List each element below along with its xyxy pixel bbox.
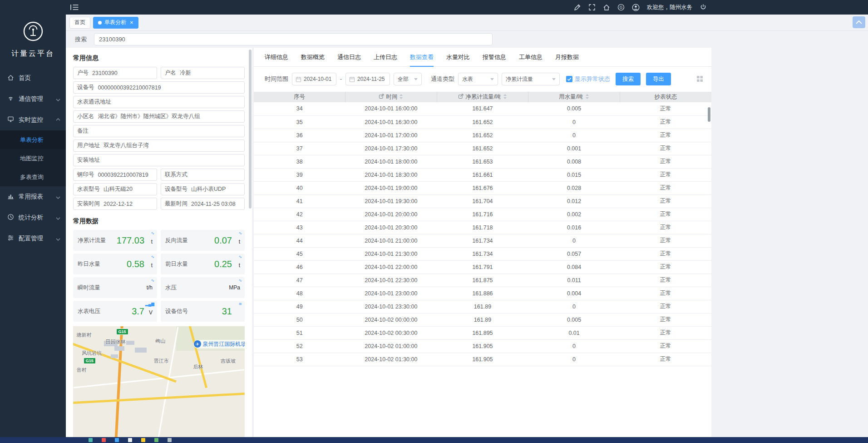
taskbar-icon[interactable] xyxy=(154,438,158,442)
stat-label: 水压 xyxy=(165,284,177,292)
info-field: 设备型号 山科小表UDP xyxy=(161,183,245,195)
cell-index: 46 xyxy=(254,260,345,274)
cell-status: 正常 xyxy=(620,208,711,221)
section-title-common-info: 常用信息 xyxy=(73,54,245,62)
power-icon[interactable] xyxy=(700,4,707,11)
detail-tab[interactable]: 通信日志 xyxy=(337,53,361,66)
field-label: 最新时间 xyxy=(165,200,187,208)
search-button[interactable]: 搜索 xyxy=(616,73,641,85)
taskbar-icon[interactable] xyxy=(141,438,145,442)
detail-tab[interactable]: 报警信息 xyxy=(483,53,506,66)
table-row[interactable]: 35 2024-10-01 16:30:00 161.652 0 正常 xyxy=(254,115,711,129)
end-date-input[interactable]: 2024-11-25 xyxy=(345,73,390,85)
cell-index: 42 xyxy=(254,208,345,221)
mini-map[interactable]: G15 G15 ✈ 泉州晋江国际机场 塘新村田园张林峋山风坑岩坑晋江市后林吉坂坡… xyxy=(73,326,245,438)
show-abnormal-checkbox[interactable]: 显示异常状态 xyxy=(566,75,610,83)
active-tag-dot xyxy=(98,21,102,25)
sidebar-item-communication[interactable]: 通信管理 xyxy=(0,89,66,110)
table-row[interactable]: 39 2024-10-01 18:30:00 161.661 0.015 正常 xyxy=(254,168,711,181)
map-label: 塘新村 xyxy=(77,332,92,338)
table-row[interactable]: 47 2024-10-01 22:30:00 161.875 0.011 正常 xyxy=(254,274,711,287)
table-row[interactable]: 34 2024-10-01 16:00:00 161.647 0.005 正常 xyxy=(254,102,711,115)
sidebar-item-reports[interactable]: 常用报表 xyxy=(0,186,66,207)
sidebar-item-single-meter-analysis[interactable]: 单表分析 xyxy=(0,130,66,149)
sort-icon[interactable] xyxy=(503,94,507,101)
table-row[interactable]: 38 2024-10-01 18:00:00 161.653 0.008 正常 xyxy=(254,155,711,168)
left-panel-scrollbar[interactable] xyxy=(249,50,252,209)
detail-tab[interactable]: 水量对比 xyxy=(446,53,470,66)
sidebar-item-label: 地图监控 xyxy=(20,154,44,163)
close-icon[interactable]: × xyxy=(130,19,133,26)
taskbar-icon[interactable] xyxy=(102,438,106,442)
channel-select[interactable]: 水表 xyxy=(458,73,498,85)
cell-status: 正常 xyxy=(620,313,711,326)
table-row[interactable]: 48 2024-10-01 23:00:00 161.886 0.004 正常 xyxy=(254,287,711,300)
stat-label: 反向流量 xyxy=(165,237,188,244)
field-value: 山科小表UDP xyxy=(191,185,226,193)
table-row[interactable]: 36 2024-10-01 17:00:00 161.652 0 正常 xyxy=(254,129,711,142)
sidebar-item-config[interactable]: 配置管理 xyxy=(0,228,66,249)
fullscreen-icon[interactable] xyxy=(588,4,596,11)
sort-icon[interactable] xyxy=(399,94,403,101)
table-row[interactable]: 43 2024-10-01 20:30:00 161.718 0.016 正常 xyxy=(254,221,711,234)
table-scrollbar[interactable] xyxy=(708,107,710,122)
field-label: 小区名 xyxy=(77,113,94,120)
sidebar-item-multi-meter-query[interactable]: 多表查询 xyxy=(0,168,66,186)
detail-tab[interactable]: 月报数据 xyxy=(555,53,579,66)
home-icon[interactable] xyxy=(603,4,610,11)
export-button[interactable]: 导出 xyxy=(646,73,671,85)
table-row[interactable]: 52 2024-10-02 01:00:00 161.905 0 正常 xyxy=(254,339,711,353)
detail-tab[interactable]: 数据概览 xyxy=(301,53,325,66)
granularity-select[interactable]: 全部 xyxy=(394,73,422,85)
search-input[interactable] xyxy=(94,33,493,45)
table-row[interactable]: 50 2024-10-02 00:00:00 161.89 0.005 正常 xyxy=(254,313,711,326)
table-row[interactable]: 45 2024-10-01 21:30:00 161.734 0.057 正常 xyxy=(254,247,711,260)
table-row[interactable]: 41 2024-10-01 19:30:00 161.704 0.012 正常 xyxy=(254,194,711,208)
table-row[interactable]: 53 2024-10-02 01:30:00 161.905 0 正常 xyxy=(254,353,711,366)
taskbar-icon[interactable] xyxy=(168,438,172,442)
tag-home[interactable]: 首页 xyxy=(69,17,90,29)
table-row[interactable]: 37 2024-10-01 17:30:00 161.652 0.001 正常 xyxy=(254,142,711,155)
table-container: 序号 时间 净累计流量/吨 xyxy=(254,92,711,366)
cell-status: 正常 xyxy=(620,287,711,300)
detail-tab[interactable]: 详细信息 xyxy=(265,53,288,66)
metric-select[interactable]: 净累计流量 xyxy=(502,73,560,85)
grid-icon[interactable] xyxy=(696,75,703,82)
table-row[interactable]: 49 2024-10-01 23:30:00 161.89 0 正常 xyxy=(254,300,711,313)
sidebar-item-realtime-monitor[interactable]: 实时监控 xyxy=(0,110,66,130)
back-to-top-button[interactable] xyxy=(853,16,865,28)
taskbar-icon[interactable] xyxy=(128,438,132,442)
table-row[interactable]: 51 2024-10-02 00:30:00 161.895 0.01 正常 xyxy=(254,326,711,339)
hamburger-icon[interactable] xyxy=(70,4,79,10)
start-date-input[interactable]: 2024-10-01 xyxy=(292,73,336,85)
sidebar-item-statistics[interactable]: 统计分析 xyxy=(0,207,66,228)
meter-info-panel: 常用信息 户号 23100390 户名 冷新 设备号 00000 xyxy=(66,48,252,443)
table-body: 34 2024-10-01 16:00:00 161.647 0.005 正常 … xyxy=(254,102,711,366)
language-icon[interactable]: G xyxy=(617,4,625,11)
detail-tab[interactable]: 上传日志 xyxy=(374,53,397,66)
stat-label: 昨日水量 xyxy=(78,260,100,268)
os-taskbar[interactable] xyxy=(0,437,868,443)
edit-icon[interactable] xyxy=(574,4,581,11)
detail-tab[interactable]: 数据查看 xyxy=(410,53,434,67)
cell-usage: 0 xyxy=(528,234,620,247)
table-row[interactable]: 44 2024-10-01 21:00:00 161.734 0 正常 xyxy=(254,234,711,247)
col-header-net-flow[interactable]: 净累计流量/吨 xyxy=(437,92,528,102)
cell-index: 53 xyxy=(254,353,345,366)
sidebar-item-home[interactable]: 首页 xyxy=(0,68,66,89)
tag-single-meter-analysis[interactable]: 单表分析 × xyxy=(93,17,138,29)
sidebar-item-map-monitor[interactable]: 地图监控 xyxy=(0,149,66,168)
col-header-time[interactable]: 时间 xyxy=(345,92,437,102)
taskbar-icon[interactable] xyxy=(89,438,93,442)
table-row[interactable]: 42 2024-10-01 20:00:00 161.716 0.002 正常 xyxy=(254,208,711,221)
table-row[interactable]: 46 2024-10-01 22:00:00 161.791 0.084 正常 xyxy=(254,260,711,274)
col-header-usage[interactable]: 用水量/吨 xyxy=(528,92,620,102)
field-label: 水表通讯地址 xyxy=(77,98,111,106)
field-label: 户名 xyxy=(165,69,176,77)
avatar-icon[interactable] xyxy=(632,4,640,11)
sort-icon[interactable] xyxy=(585,94,589,101)
detail-tab[interactable]: 工单信息 xyxy=(519,53,542,66)
search-label: 搜索 xyxy=(75,35,87,44)
table-row[interactable]: 40 2024-10-01 19:00:00 161.676 0.028 正常 xyxy=(254,181,711,194)
taskbar-icon[interactable] xyxy=(115,438,119,442)
